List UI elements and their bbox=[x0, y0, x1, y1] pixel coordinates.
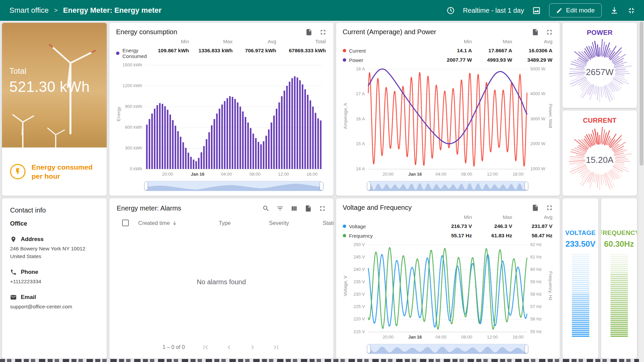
email-value[interactable]: support@office-center.com bbox=[10, 303, 99, 310]
voltage-min: 216.73 V bbox=[434, 223, 472, 229]
preview-left-handle[interactable] bbox=[367, 182, 371, 190]
stat-header-max: Max bbox=[192, 39, 233, 44]
location-pin-icon bbox=[10, 236, 17, 243]
preview-left-handle[interactable] bbox=[367, 345, 371, 353]
stat-header-avg: Avg bbox=[235, 39, 276, 44]
phone-icon bbox=[10, 269, 17, 276]
current-power-title: Current (Amperage) and Power bbox=[343, 28, 436, 36]
frequency-max: 61.83 Hz bbox=[475, 233, 512, 239]
stat-header-min: Min bbox=[150, 39, 189, 44]
address-line-1: 246 Bowery New York NY 10012 bbox=[10, 245, 99, 252]
legend-power[interactable]: Power bbox=[343, 57, 432, 63]
column-created-time[interactable]: Created time bbox=[138, 220, 219, 226]
frequency-level-gauge[interactable] bbox=[610, 253, 628, 337]
power-gauge-widget: POWER 2657W bbox=[562, 23, 637, 108]
last-page-icon[interactable] bbox=[272, 343, 280, 351]
contact-info-widget: Contact info Office Address 246 Bowery N… bbox=[2, 198, 107, 359]
current-min: 14.1 A bbox=[434, 48, 472, 54]
fullscreen-icon[interactable] bbox=[546, 28, 553, 36]
address-line-2: United States bbox=[10, 253, 99, 260]
energy-consumption-widget: Energy consumption Min Max Avg Total Ene… bbox=[109, 23, 333, 196]
alarms-table-header: Created time Type Severity Status bbox=[117, 220, 326, 226]
fullscreen-icon[interactable] bbox=[546, 204, 553, 212]
app-header: Smart office > Energy Meter: Energy mete… bbox=[0, 0, 644, 21]
voltage-level-gauge[interactable] bbox=[572, 253, 589, 337]
no-alarms-message: No alarms found bbox=[197, 278, 246, 286]
energy-stats: Min Max Avg Total Energy Consumed 109.86… bbox=[116, 39, 326, 59]
legend-energy-consumed[interactable]: Energy Consumed bbox=[116, 48, 147, 59]
timewindow-button[interactable]: Realtime - last 1 day bbox=[463, 7, 524, 14]
clock-icon[interactable] bbox=[446, 6, 455, 15]
voltage-frequency-line-chart[interactable] bbox=[343, 241, 553, 341]
voltage-preview-chart bbox=[369, 344, 527, 354]
current-gauge-title: CURRENT bbox=[562, 117, 637, 124]
frequency-gauge-value: 60.30Hz bbox=[604, 239, 634, 249]
radial-gauges-column: POWER 2657W CURRENT 15.20A bbox=[562, 23, 637, 196]
export-icon[interactable] bbox=[305, 205, 312, 212]
wind-turbine-photo: Total 521.30 kWh bbox=[2, 23, 107, 147]
export-icon[interactable] bbox=[532, 28, 539, 36]
current-range-selector[interactable] bbox=[368, 181, 527, 191]
column-severity[interactable]: Severity bbox=[269, 220, 323, 226]
stat-header-avg: Avg bbox=[515, 214, 552, 220]
legend-frequency[interactable]: Frequency bbox=[343, 233, 432, 239]
preview-right-handle[interactable] bbox=[525, 182, 528, 190]
legend-dot bbox=[116, 52, 119, 55]
legend-current[interactable]: Current bbox=[343, 48, 432, 54]
column-status[interactable]: Status bbox=[323, 220, 333, 226]
frequency-avg: 58.47 Hz bbox=[515, 233, 552, 239]
voltage-range-selector[interactable] bbox=[368, 344, 527, 354]
stat-header-min: Min bbox=[434, 214, 472, 220]
exit-fullscreen-icon[interactable] bbox=[627, 6, 636, 15]
image-export-icon[interactable] bbox=[532, 6, 541, 15]
breadcrumb: Smart office > Energy Meter: Energy mete… bbox=[9, 6, 162, 15]
frequency-gauge-widget: FREQUENCY 60.30Hz bbox=[601, 198, 637, 359]
breadcrumb-separator: > bbox=[54, 7, 58, 14]
scrollbar-thumb[interactable] bbox=[640, 21, 643, 166]
filter-icon[interactable] bbox=[276, 205, 284, 212]
dashboard-grid: Total 521.30 kWh Energy consumed per hou… bbox=[0, 21, 639, 362]
voltage-gauge-title: VOLTAGE bbox=[565, 229, 596, 237]
preview-right-handle[interactable] bbox=[525, 345, 528, 353]
pagination-label: 1 – 0 of 0 bbox=[162, 344, 185, 350]
next-page-icon[interactable] bbox=[249, 343, 257, 351]
columns-icon[interactable] bbox=[290, 205, 298, 212]
energy-bar-chart[interactable] bbox=[116, 62, 327, 178]
page-scrollbar[interactable] bbox=[639, 21, 644, 362]
power-gauge-value: 2657W bbox=[586, 67, 613, 77]
energy-range-selector[interactable] bbox=[146, 181, 322, 191]
search-icon[interactable] bbox=[262, 205, 270, 212]
energy-preview-chart bbox=[146, 181, 322, 191]
current-power-line-chart[interactable] bbox=[343, 66, 553, 178]
contact-subtitle: Office bbox=[10, 220, 99, 227]
prev-page-icon[interactable] bbox=[225, 343, 233, 351]
select-all-checkbox[interactable] bbox=[122, 220, 129, 226]
preview-right-handle[interactable] bbox=[320, 182, 323, 190]
breadcrumb-dashboard-group[interactable]: Smart office bbox=[9, 6, 49, 15]
current-max: 17.8667 A bbox=[475, 48, 512, 54]
fullscreen-icon[interactable] bbox=[319, 205, 326, 212]
export-icon[interactable] bbox=[305, 28, 313, 36]
voltage-gauge-widget: VOLTAGE 233.50V bbox=[562, 198, 598, 359]
voltage-frequency-title: Voltage and Frequency bbox=[343, 204, 412, 212]
contact-title: Contact info bbox=[10, 206, 99, 214]
stat-min: 109.867 kWh bbox=[150, 48, 189, 59]
export-icon[interactable] bbox=[532, 204, 539, 212]
total-value: 521.30 kWh bbox=[9, 78, 90, 95]
edit-mode-label: Edit mode bbox=[566, 7, 595, 14]
phone-value[interactable]: +1112223334 bbox=[10, 278, 99, 285]
fullscreen-icon[interactable] bbox=[319, 28, 327, 36]
legend-dot bbox=[343, 58, 346, 62]
legend-dot bbox=[343, 49, 346, 52]
column-type[interactable]: Type bbox=[219, 220, 269, 226]
legend-voltage[interactable]: Voltage bbox=[343, 223, 432, 229]
preview-left-handle[interactable] bbox=[144, 182, 148, 190]
download-icon[interactable] bbox=[610, 6, 619, 15]
current-power-widget: Current (Amperage) and Power Min Max Avg… bbox=[336, 23, 560, 196]
power-min: 2007.77 W bbox=[434, 57, 472, 63]
voltage-gauge-value: 233.50V bbox=[566, 239, 595, 249]
energy-chart-title: Energy consumption bbox=[116, 28, 177, 36]
edit-mode-button[interactable]: Edit mode bbox=[549, 3, 602, 17]
first-page-icon[interactable] bbox=[202, 343, 210, 351]
stat-header-max: Max bbox=[475, 39, 512, 44]
